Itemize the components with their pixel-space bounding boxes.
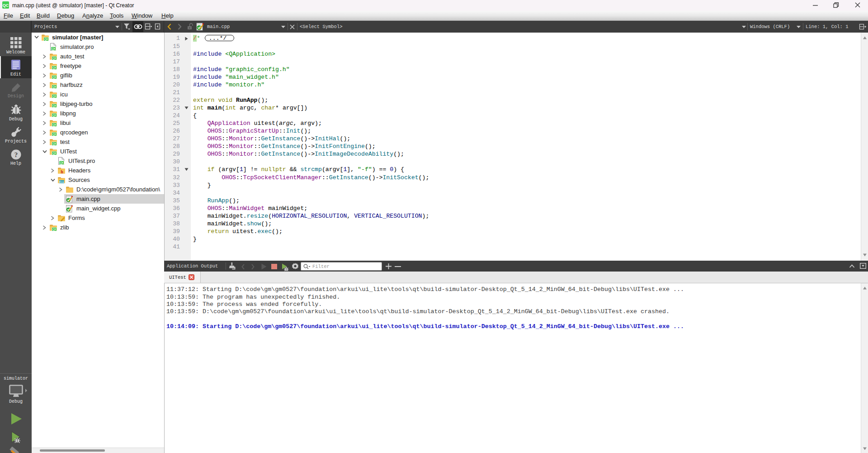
svg-text:C++: C++ — [59, 180, 65, 183]
svg-text:QC: QC — [3, 3, 9, 8]
svg-text:h: h — [61, 169, 63, 174]
svg-text:?: ? — [14, 151, 18, 158]
